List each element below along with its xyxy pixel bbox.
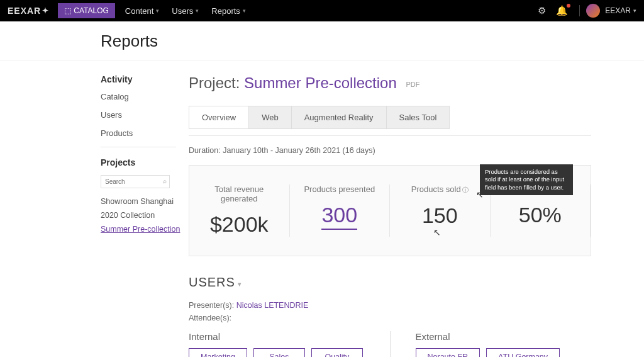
users-section-heading[interactable]: USERS▾ <box>189 275 591 290</box>
tab-ar[interactable]: Augmented Reality <box>292 106 387 128</box>
sidebar-link-products[interactable]: Products <box>101 128 189 138</box>
internal-heading: Internal <box>189 331 365 342</box>
external-heading: External <box>416 331 592 342</box>
search-icon: ⌕ <box>163 178 167 184</box>
chevron-down-icon: ▾ <box>238 280 242 288</box>
presenter-link[interactable]: Nicolas LETENDRIE <box>236 301 309 310</box>
tab-salestool[interactable]: Sales Tool <box>387 106 450 128</box>
tab-overview[interactable]: Overview <box>189 106 249 128</box>
tab-web[interactable]: Web <box>249 106 292 128</box>
page-heading-bar: Reports <box>0 21 644 60</box>
duration-text: Duration: January 10th - January 26th 20… <box>189 146 591 155</box>
info-tooltip: Products are considered as sold if at le… <box>480 164 573 195</box>
chevron-down-icon: ▾ <box>196 8 199 14</box>
metric-sold: Products soldⓘ 150 <box>390 184 491 237</box>
brand-text: EEXAR <box>8 6 41 16</box>
chevron-down-icon: ▾ <box>243 8 246 14</box>
user-name[interactable]: EEXAR <box>605 6 631 15</box>
chip-external[interactable]: Norauto FR <box>416 348 480 357</box>
presenter-label: Presenter(s): <box>189 301 236 310</box>
pdf-export[interactable]: PDF <box>406 81 419 88</box>
col-separator <box>390 331 391 357</box>
project-search[interactable]: ⌕ <box>101 175 170 188</box>
sidebar-link-catalog[interactable]: Catalog <box>101 92 189 101</box>
project-prefix: Project: <box>189 74 244 91</box>
nav-content[interactable]: Content▾ <box>125 6 160 16</box>
brand-logo[interactable]: EEXAR ✦ <box>8 6 49 16</box>
page-title: Reports <box>101 31 644 51</box>
tab-list: Overview Web Augmented Reality Sales Too… <box>189 106 450 129</box>
sidebar: Activity Catalog Users Products Projects… <box>88 60 189 357</box>
chip-internal[interactable]: Sales <box>253 348 305 357</box>
user-avatar[interactable] <box>586 4 600 18</box>
chip-internal[interactable]: Marketing <box>189 348 247 357</box>
chevron-down-icon[interactable]: ▾ <box>633 8 636 14</box>
metric-value: $200k <box>196 212 283 237</box>
project-search-input[interactable] <box>101 175 170 188</box>
chip-internal[interactable]: Quality <box>311 348 363 357</box>
project-title: Project: Summer Pre-collection PDF <box>189 74 591 92</box>
metric-label: Products soldⓘ <box>396 184 484 195</box>
sidebar-separator <box>101 147 176 147</box>
chip-external[interactable]: ATU Germany <box>486 348 560 357</box>
settings-icon[interactable]: ⚙ <box>538 5 546 16</box>
notification-dot <box>567 4 570 8</box>
project-link-summer[interactable]: Summer Pre-collection <box>101 225 189 234</box>
nav-users[interactable]: Users▾ <box>172 6 199 16</box>
brand-icon: ✦ <box>42 6 49 15</box>
metric-value: 50% <box>497 203 584 227</box>
internal-col: Internal Marketing Sales Quality <box>189 331 365 357</box>
metric-value: 150 <box>396 203 484 228</box>
nav-separator <box>579 5 580 16</box>
info-icon[interactable]: ⓘ <box>462 186 469 193</box>
sidebar-activity-heading: Activity <box>101 74 189 84</box>
chevron-down-icon: ▾ <box>156 8 159 14</box>
metric-presented: Products presented 300 <box>290 184 391 237</box>
attendee-row: Attendee(s): <box>189 314 591 322</box>
catalog-label: CATALOG <box>74 6 109 15</box>
content-area: Project: Summer Pre-collection PDF Overv… <box>189 60 616 357</box>
metric-label: Total revenue generated <box>196 184 283 203</box>
metric-revenue: Total revenue generated $200k <box>189 184 290 237</box>
sidebar-projects-heading: Projects <box>101 157 189 167</box>
project-name: Summer Pre-collection <box>244 74 397 91</box>
external-col: External Norauto FR ATU Germany Norauto … <box>416 331 592 357</box>
project-link-showroom[interactable]: Showroom Shanghai <box>101 197 189 206</box>
metrics-panel: Total revenue generated $200k Products p… <box>189 165 591 256</box>
top-nav: EEXAR ✦ ⬚ CATALOG Content▾ Users▾ Report… <box>0 0 644 21</box>
catalog-icon: ⬚ <box>64 6 71 15</box>
metric-label: Products presented <box>296 184 384 194</box>
metric-value-link[interactable]: 300 <box>321 203 357 230</box>
nav-reports[interactable]: Reports▾ <box>211 6 246 16</box>
project-link-2020[interactable]: 2020 Collection <box>101 211 189 220</box>
notifications-icon[interactable]: 🔔 <box>556 5 568 16</box>
users-columns: Internal Marketing Sales Quality Externa… <box>189 331 591 357</box>
tab-underline <box>189 135 591 136</box>
catalog-button[interactable]: ⬚ CATALOG <box>58 3 115 18</box>
presenter-row: Presenter(s): Nicolas LETENDRIE <box>189 301 591 310</box>
sidebar-link-users[interactable]: Users <box>101 110 189 120</box>
